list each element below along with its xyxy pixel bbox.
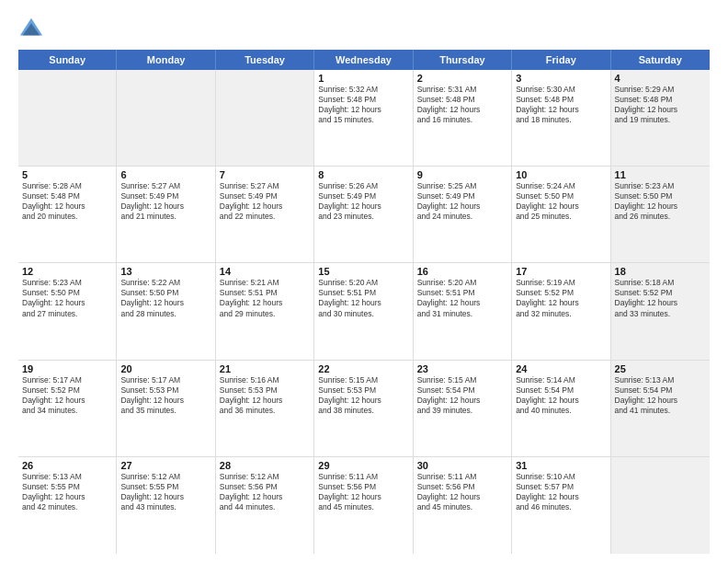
calendar-cell: 3Sunrise: 5:30 AM Sunset: 5:48 PM Daylig… bbox=[512, 70, 610, 166]
calendar-cell: 26Sunrise: 5:13 AM Sunset: 5:55 PM Dayli… bbox=[18, 457, 117, 554]
cell-info: Sunrise: 5:13 AM Sunset: 5:54 PM Dayligh… bbox=[615, 375, 706, 416]
cell-info: Sunrise: 5:23 AM Sunset: 5:50 PM Dayligh… bbox=[615, 181, 706, 222]
day-number: 17 bbox=[516, 266, 606, 277]
day-number: 18 bbox=[615, 266, 706, 277]
day-number: 11 bbox=[615, 169, 706, 180]
cell-info: Sunrise: 5:17 AM Sunset: 5:52 PM Dayligh… bbox=[22, 375, 112, 416]
calendar-cell bbox=[216, 70, 314, 166]
calendar-row: 1Sunrise: 5:32 AM Sunset: 5:48 PM Daylig… bbox=[18, 70, 710, 167]
calendar-cell: 8Sunrise: 5:26 AM Sunset: 5:49 PM Daylig… bbox=[314, 167, 413, 262]
calendar-cell: 28Sunrise: 5:12 AM Sunset: 5:56 PM Dayli… bbox=[216, 457, 314, 554]
cell-info: Sunrise: 5:20 AM Sunset: 5:51 PM Dayligh… bbox=[318, 278, 408, 318]
calendar-cell: 30Sunrise: 5:11 AM Sunset: 5:56 PM Dayli… bbox=[414, 457, 512, 554]
day-number: 24 bbox=[516, 363, 606, 374]
calendar-cell: 24Sunrise: 5:14 AM Sunset: 5:54 PM Dayli… bbox=[512, 361, 610, 456]
cell-info: Sunrise: 5:23 AM Sunset: 5:50 PM Dayligh… bbox=[22, 278, 112, 318]
day-number: 3 bbox=[516, 73, 606, 84]
cell-info: Sunrise: 5:31 AM Sunset: 5:48 PM Dayligh… bbox=[417, 85, 507, 125]
cell-info: Sunrise: 5:21 AM Sunset: 5:51 PM Dayligh… bbox=[220, 278, 310, 318]
calendar-cell: 13Sunrise: 5:22 AM Sunset: 5:50 PM Dayli… bbox=[117, 263, 215, 359]
cell-info: Sunrise: 5:20 AM Sunset: 5:51 PM Dayligh… bbox=[417, 278, 507, 318]
cell-info: Sunrise: 5:12 AM Sunset: 5:56 PM Dayligh… bbox=[220, 472, 310, 512]
day-number: 6 bbox=[120, 169, 210, 180]
calendar-cell: 21Sunrise: 5:16 AM Sunset: 5:53 PM Dayli… bbox=[216, 361, 314, 456]
calendar-cell bbox=[611, 457, 710, 554]
calendar-cell: 11Sunrise: 5:23 AM Sunset: 5:50 PM Dayli… bbox=[611, 167, 710, 262]
day-number: 4 bbox=[615, 73, 706, 84]
day-number: 21 bbox=[220, 363, 310, 374]
calendar-cell: 27Sunrise: 5:12 AM Sunset: 5:55 PM Dayli… bbox=[117, 457, 215, 554]
calendar-header: SundayMondayTuesdayWednesdayThursdayFrid… bbox=[18, 50, 710, 70]
calendar-body: 1Sunrise: 5:32 AM Sunset: 5:48 PM Daylig… bbox=[18, 70, 710, 554]
calendar-cell: 20Sunrise: 5:17 AM Sunset: 5:53 PM Dayli… bbox=[117, 361, 215, 456]
calendar-cell: 14Sunrise: 5:21 AM Sunset: 5:51 PM Dayli… bbox=[216, 263, 314, 359]
day-number: 29 bbox=[318, 460, 408, 471]
cell-info: Sunrise: 5:27 AM Sunset: 5:49 PM Dayligh… bbox=[220, 181, 310, 222]
calendar-cell bbox=[117, 70, 215, 166]
page: SundayMondayTuesdayWednesdayThursdayFrid… bbox=[0, 0, 728, 563]
calendar-row: 12Sunrise: 5:23 AM Sunset: 5:50 PM Dayli… bbox=[18, 263, 710, 360]
header-day-sunday: Sunday bbox=[18, 50, 117, 70]
header-day-saturday: Saturday bbox=[611, 50, 710, 70]
calendar-cell: 31Sunrise: 5:10 AM Sunset: 5:57 PM Dayli… bbox=[512, 457, 610, 554]
cell-info: Sunrise: 5:28 AM Sunset: 5:48 PM Dayligh… bbox=[22, 181, 112, 222]
day-number: 26 bbox=[22, 460, 112, 471]
calendar-cell: 15Sunrise: 5:20 AM Sunset: 5:51 PM Dayli… bbox=[314, 263, 413, 359]
calendar-cell: 29Sunrise: 5:11 AM Sunset: 5:56 PM Dayli… bbox=[314, 457, 413, 554]
calendar-cell: 1Sunrise: 5:32 AM Sunset: 5:48 PM Daylig… bbox=[314, 70, 413, 166]
header-day-thursday: Thursday bbox=[414, 50, 512, 70]
day-number: 31 bbox=[516, 460, 606, 471]
calendar-cell: 19Sunrise: 5:17 AM Sunset: 5:52 PM Dayli… bbox=[18, 361, 117, 456]
cell-info: Sunrise: 5:25 AM Sunset: 5:49 PM Dayligh… bbox=[417, 181, 507, 222]
cell-info: Sunrise: 5:18 AM Sunset: 5:52 PM Dayligh… bbox=[615, 278, 706, 318]
header bbox=[18, 17, 710, 42]
cell-info: Sunrise: 5:17 AM Sunset: 5:53 PM Dayligh… bbox=[120, 375, 210, 416]
calendar-cell: 18Sunrise: 5:18 AM Sunset: 5:52 PM Dayli… bbox=[611, 263, 710, 359]
day-number: 14 bbox=[220, 266, 310, 277]
day-number: 15 bbox=[318, 266, 408, 277]
day-number: 23 bbox=[417, 363, 507, 374]
cell-info: Sunrise: 5:11 AM Sunset: 5:56 PM Dayligh… bbox=[318, 472, 408, 512]
cell-info: Sunrise: 5:22 AM Sunset: 5:50 PM Dayligh… bbox=[120, 278, 210, 318]
day-number: 7 bbox=[220, 169, 310, 180]
day-number: 27 bbox=[120, 460, 210, 471]
day-number: 28 bbox=[220, 460, 310, 471]
calendar-cell: 5Sunrise: 5:28 AM Sunset: 5:48 PM Daylig… bbox=[18, 167, 117, 262]
cell-info: Sunrise: 5:16 AM Sunset: 5:53 PM Dayligh… bbox=[220, 375, 310, 416]
calendar-cell: 22Sunrise: 5:15 AM Sunset: 5:53 PM Dayli… bbox=[314, 361, 413, 456]
calendar-row: 19Sunrise: 5:17 AM Sunset: 5:52 PM Dayli… bbox=[18, 361, 710, 457]
cell-info: Sunrise: 5:24 AM Sunset: 5:50 PM Dayligh… bbox=[516, 181, 606, 222]
header-day-wednesday: Wednesday bbox=[314, 50, 413, 70]
calendar: SundayMondayTuesdayWednesdayThursdayFrid… bbox=[18, 50, 710, 554]
calendar-cell: 23Sunrise: 5:15 AM Sunset: 5:54 PM Dayli… bbox=[414, 361, 512, 456]
header-day-monday: Monday bbox=[117, 50, 215, 70]
header-day-tuesday: Tuesday bbox=[216, 50, 314, 70]
calendar-cell: 10Sunrise: 5:24 AM Sunset: 5:50 PM Dayli… bbox=[512, 167, 610, 262]
day-number: 10 bbox=[516, 169, 606, 180]
day-number: 9 bbox=[417, 169, 507, 180]
day-number: 2 bbox=[417, 73, 507, 84]
cell-info: Sunrise: 5:15 AM Sunset: 5:53 PM Dayligh… bbox=[318, 375, 408, 416]
cell-info: Sunrise: 5:15 AM Sunset: 5:54 PM Dayligh… bbox=[417, 375, 507, 416]
day-number: 12 bbox=[22, 266, 112, 277]
cell-info: Sunrise: 5:19 AM Sunset: 5:52 PM Dayligh… bbox=[516, 278, 606, 318]
cell-info: Sunrise: 5:10 AM Sunset: 5:57 PM Dayligh… bbox=[516, 472, 606, 512]
calendar-cell bbox=[18, 70, 117, 166]
day-number: 30 bbox=[417, 460, 507, 471]
cell-info: Sunrise: 5:30 AM Sunset: 5:48 PM Dayligh… bbox=[516, 85, 606, 125]
calendar-row: 5Sunrise: 5:28 AM Sunset: 5:48 PM Daylig… bbox=[18, 167, 710, 263]
calendar-cell: 16Sunrise: 5:20 AM Sunset: 5:51 PM Dayli… bbox=[414, 263, 512, 359]
day-number: 16 bbox=[417, 266, 507, 277]
day-number: 20 bbox=[120, 363, 210, 374]
header-day-friday: Friday bbox=[512, 50, 610, 70]
calendar-cell: 7Sunrise: 5:27 AM Sunset: 5:49 PM Daylig… bbox=[216, 167, 314, 262]
calendar-cell: 25Sunrise: 5:13 AM Sunset: 5:54 PM Dayli… bbox=[611, 361, 710, 456]
cell-info: Sunrise: 5:11 AM Sunset: 5:56 PM Dayligh… bbox=[417, 472, 507, 512]
cell-info: Sunrise: 5:32 AM Sunset: 5:48 PM Dayligh… bbox=[318, 85, 408, 125]
day-number: 19 bbox=[22, 363, 112, 374]
day-number: 8 bbox=[318, 169, 408, 180]
logo bbox=[18, 17, 48, 42]
day-number: 13 bbox=[120, 266, 210, 277]
cell-info: Sunrise: 5:13 AM Sunset: 5:55 PM Dayligh… bbox=[22, 472, 112, 512]
calendar-cell: 12Sunrise: 5:23 AM Sunset: 5:50 PM Dayli… bbox=[18, 263, 117, 359]
